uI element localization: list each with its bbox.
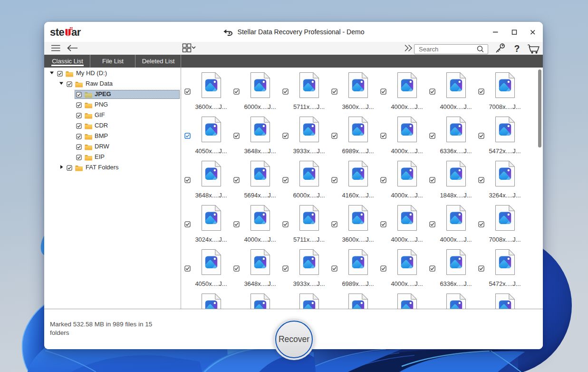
svg-text:?: ?	[514, 43, 520, 54]
